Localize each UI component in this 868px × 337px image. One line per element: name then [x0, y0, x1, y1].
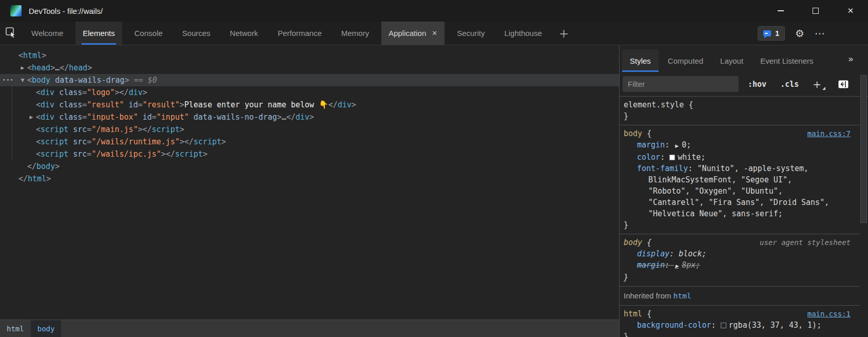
color-swatch[interactable]: [669, 155, 675, 160]
settings-gear-icon[interactable]: ⚙: [795, 28, 804, 39]
issues-counter-button[interactable]: 1: [758, 26, 785, 41]
tab-label: Console: [134, 29, 163, 38]
tab-lighthouse[interactable]: Lighthouse: [497, 22, 549, 45]
close-tab-icon[interactable]: ✕: [432, 29, 437, 37]
code-token: =: [82, 113, 87, 122]
close-icon: ✕: [847, 7, 854, 15]
maximize-button[interactable]: [798, 0, 833, 22]
code-token: >: [115, 88, 120, 97]
dom-node-row[interactable]: <script src="/wails/runtime.js"></script…: [0, 136, 619, 148]
issues-bubble-icon: [763, 30, 771, 36]
property-value-wrap: "Roboto", "Oxygen", "Ubuntu",: [624, 185, 856, 197]
rule-selector[interactable]: element.style: [624, 99, 684, 110]
tab-label: Welcome: [31, 29, 63, 38]
dom-node-row[interactable]: <div class="result" id="result">Please e…: [0, 99, 619, 111]
dom-node-row[interactable]: <html>: [0, 49, 619, 62]
expand-arrow-icon[interactable]: ▶: [28, 111, 35, 123]
add-tab-button[interactable]: +: [552, 22, 576, 45]
expand-arrow-icon[interactable]: ▶: [19, 62, 26, 74]
styles-filter-input[interactable]: [623, 76, 739, 92]
breadcrumb-item-html[interactable]: html: [0, 320, 31, 337]
property-name: margin: [637, 260, 665, 270]
property-inner: display: block;: [637, 249, 706, 258]
overflow-tabs-icon[interactable]: »: [848, 53, 854, 64]
code-token: >: [277, 113, 282, 122]
tab-label: Network: [230, 29, 258, 38]
css-property[interactable]: margin: ▶0;: [624, 139, 856, 152]
styles-tab-computed[interactable]: Computed: [660, 49, 711, 72]
tab-application[interactable]: Application✕: [381, 22, 445, 45]
inherited-from-bar: Inherited from html: [620, 287, 860, 306]
stylesheet-origin-note: user agent stylesheet: [760, 237, 856, 248]
stylesheet-link[interactable]: main.css:7: [807, 128, 856, 139]
rule-selector[interactable]: body: [624, 237, 642, 248]
code-token: "result": [87, 100, 124, 109]
dom-node-row[interactable]: </html>: [0, 173, 619, 185]
code-token: data-wails-drag: [50, 76, 125, 85]
styles-tab-styles[interactable]: Styles: [622, 49, 659, 72]
code-token: <: [36, 100, 41, 109]
tab-label: Sources: [182, 29, 210, 38]
css-rule: body {user agent stylesheetdisplay: bloc…: [620, 234, 860, 287]
property-colon: :: [665, 140, 674, 149]
expand-shorthand-icon[interactable]: ▶: [675, 143, 679, 148]
scrollbar-thumb[interactable]: [860, 75, 867, 223]
code-token: script: [41, 137, 68, 146]
tab-performance[interactable]: Performance: [271, 22, 329, 45]
code-token: src: [68, 149, 87, 159]
dom-node-row[interactable]: <div class="logo"></div>: [0, 86, 619, 99]
code-token: div: [41, 88, 54, 97]
dom-node-row[interactable]: <script src="/wails/ipc.js"></script>: [0, 148, 619, 160]
styles-rules-list: element.style {}body {main.css:7margin: …: [620, 97, 868, 337]
toggle--cls-button[interactable]: .cls: [780, 80, 799, 89]
rule-selector[interactable]: body: [624, 128, 642, 139]
more-options-icon[interactable]: ⋯: [815, 28, 825, 39]
stylesheet-link[interactable]: main.css:1: [807, 308, 856, 320]
code-token: script: [194, 137, 221, 146]
close-button[interactable]: ✕: [833, 0, 868, 22]
dom-node-row[interactable]: </body>: [0, 160, 619, 173]
property-name: font-family: [637, 164, 688, 173]
tab-welcome[interactable]: Welcome: [24, 22, 70, 45]
expand-shorthand-icon[interactable]: ▶: [675, 264, 679, 269]
code-token: </: [143, 125, 152, 134]
expand-arrow-icon[interactable]: ▼: [19, 74, 26, 86]
close-brace: }: [624, 331, 856, 337]
dom-tree: <html>▶<head>…</head>•••▼<body data-wail…: [0, 45, 619, 320]
tab-memory[interactable]: Memory: [334, 22, 376, 45]
new-style-rule-button[interactable]: +: [813, 78, 824, 90]
dom-node-row[interactable]: <script src="/main.js"></script>: [0, 123, 619, 136]
styles-scrollbar[interactable]: [860, 73, 868, 337]
css-property[interactable]: font-family: "Nunito", -apple-system,: [624, 163, 856, 174]
minimize-button[interactable]: [763, 0, 798, 22]
code-token: body: [32, 76, 50, 85]
dom-node-row[interactable]: ▶<div class="input-box" id="input" data-…: [0, 111, 619, 123]
tab-security[interactable]: Security: [450, 22, 492, 45]
color-swatch[interactable]: [721, 323, 726, 328]
inspect-element-button[interactable]: [0, 22, 22, 45]
breadcrumb-item-body[interactable]: body: [31, 320, 62, 337]
css-property[interactable]: display: block;: [624, 248, 856, 259]
tab-elements[interactable]: Elements: [75, 22, 122, 45]
code-token: >: [46, 174, 51, 183]
code-token: >: [55, 162, 60, 171]
inherited-node-link[interactable]: html: [673, 292, 691, 300]
tab-sources[interactable]: Sources: [175, 22, 218, 45]
code-token: </: [120, 88, 129, 97]
property-colon: :: [665, 260, 674, 270]
css-property[interactable]: background-color: rgba(33, 37, 43, 1);: [624, 320, 856, 331]
rule-selector[interactable]: html: [624, 308, 642, 320]
toggle--hov-button[interactable]: :hov: [748, 80, 766, 89]
panel-arrow-icon: [838, 80, 848, 88]
toggle-computed-sidebar-button[interactable]: [838, 80, 848, 88]
styles-tab-layout[interactable]: Layout: [712, 49, 751, 72]
styles-tab-event-listeners[interactable]: Event Listeners: [753, 49, 821, 72]
tab-console[interactable]: Console: [127, 22, 170, 45]
dom-node-row[interactable]: •••▼<body data-wails-drag>== $0: [0, 74, 619, 86]
property-colon: :: [669, 249, 679, 258]
tab-network[interactable]: Network: [223, 22, 265, 45]
css-property[interactable]: color: white;: [624, 152, 856, 163]
dom-node-row[interactable]: ▶<head>…</head>: [0, 62, 619, 74]
code-token: id: [124, 100, 138, 109]
css-property[interactable]: margin: ▶8px;: [624, 259, 856, 272]
